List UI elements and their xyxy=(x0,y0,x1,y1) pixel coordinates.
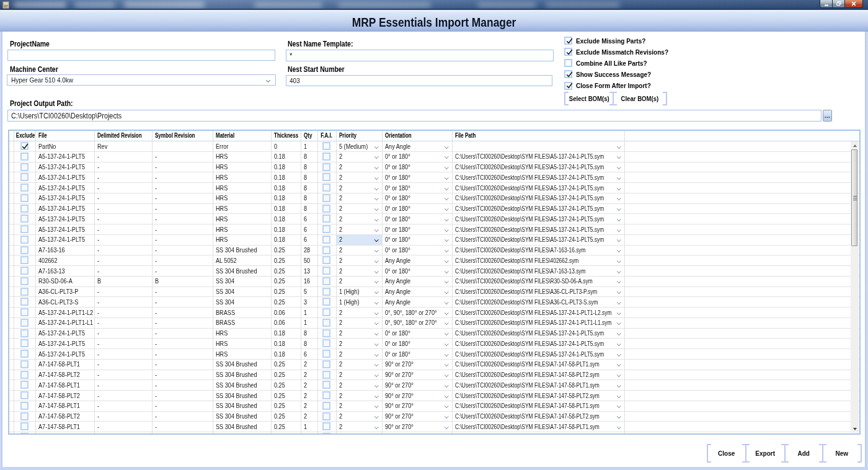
delimited-revision-cell[interactable]: - xyxy=(94,183,152,193)
file-path-cell[interactable]: C:\Users\TCI00260\Desktop\SYM FILES\R30-… xyxy=(452,277,624,286)
material-cell[interactable]: BRASS xyxy=(213,308,271,317)
exclude-checkbox[interactable] xyxy=(20,225,29,233)
delimited-revision-cell[interactable]: - xyxy=(94,193,152,203)
exclude-checkbox[interactable] xyxy=(20,381,29,389)
grid-row[interactable]: A5-137-24-1-PLT5--HRS0.18820° or 180°C:\… xyxy=(9,172,859,183)
symbol-revision-cell[interactable]: - xyxy=(152,235,213,245)
grid-row[interactable]: A7-147-58-PLT2--SS 304 Brushed0.252290° … xyxy=(9,412,859,422)
delimited-revision-cell[interactable]: - xyxy=(94,318,152,328)
qty-cell[interactable]: 8 xyxy=(301,172,317,182)
grid-column-header[interactable]: Orientation xyxy=(382,131,452,141)
fai-checkbox[interactable] xyxy=(322,402,330,410)
delimited-revision-cell[interactable]: - xyxy=(94,152,152,162)
file-cell[interactable]: A7-147-58-PLT1 xyxy=(35,380,94,390)
grid-row[interactable]: A5-137-24-1-PLT5--HRS0.18620° or 180°C:\… xyxy=(9,224,859,235)
fai-checkbox[interactable] xyxy=(322,319,330,327)
exclude-checkbox[interactable] xyxy=(20,298,29,306)
orientation-cell[interactable]: 0° or 180° xyxy=(382,204,452,214)
symbol-revision-cell[interactable]: - xyxy=(152,214,213,224)
file-cell[interactable]: A5-137-24-1-PLT5 xyxy=(35,349,94,359)
priority-cell[interactable]: 1 (High) xyxy=(336,297,383,307)
grid-row[interactable]: A7-147-58-PLT2--SS 304 Brushed0.252290° … xyxy=(9,391,859,401)
delimited-revision-cell[interactable]: - xyxy=(94,412,152,422)
grid-vertical-scrollbar[interactable] xyxy=(851,141,859,433)
material-cell[interactable]: SS 304 xyxy=(213,277,271,286)
fai-checkbox[interactable] xyxy=(322,215,330,223)
symbol-revision-cell[interactable] xyxy=(152,141,213,151)
qty-cell[interactable]: 8 xyxy=(301,152,317,162)
file-cell[interactable]: A5-137-24-1-PLT5 xyxy=(35,152,94,162)
file-path-cell[interactable]: C:\Users\TCI00260\Desktop\SYM FILES\A5-1… xyxy=(452,172,624,182)
symbol-revision-cell[interactable]: - xyxy=(152,172,213,182)
file-cell[interactable]: A5-137-24-1-PLT5 xyxy=(35,172,94,182)
file-cell[interactable]: 402662 xyxy=(35,255,94,265)
exclude-checkbox[interactable] xyxy=(20,308,29,316)
material-cell[interactable]: Error xyxy=(213,141,271,151)
file-path-cell[interactable]: C:\Users\TCI00260\Desktop\SYM FILES\A5-1… xyxy=(452,193,624,203)
option-checkbox[interactable] xyxy=(564,37,572,45)
file-path-cell[interactable]: C:\Users\TCI00260\Desktop\SYM FILES\A7-1… xyxy=(452,422,624,432)
priority-cell[interactable]: 2 xyxy=(336,235,383,245)
material-cell[interactable]: SS 304 Brushed xyxy=(213,391,271,401)
fai-checkbox[interactable] xyxy=(322,153,330,161)
grid-column-header[interactable]: F.A.I. xyxy=(317,131,336,141)
orientation-cell[interactable]: Any Angle xyxy=(382,141,452,151)
file-cell[interactable]: A5-137-24-1-PLT1-L1 xyxy=(35,318,94,328)
fai-checkbox[interactable] xyxy=(322,391,330,399)
priority-cell[interactable]: 2 xyxy=(336,246,383,255)
orientation-cell[interactable]: 0°, 90°, 180° or 270° xyxy=(382,318,452,328)
grid-row[interactable]: A5-137-24-1-PLT5--HRS0.18820° or 180°C:\… xyxy=(9,329,859,339)
symbol-revision-cell[interactable]: - xyxy=(152,266,213,276)
material-cell[interactable]: HRS xyxy=(213,224,271,234)
material-cell[interactable]: SS 304 Brushed xyxy=(213,380,271,390)
thickness-cell[interactable]: 0.18 xyxy=(271,193,301,203)
fai-checkbox[interactable] xyxy=(322,350,330,358)
grid-row[interactable]: A5-137-24-1-PLT5--HRS0.18620° or 180°C:\… xyxy=(9,235,859,246)
material-cell[interactable]: HRS xyxy=(213,162,271,172)
file-path-cell[interactable]: C:\Users\TCI00260\Desktop\SYM FILES\A5-1… xyxy=(452,162,624,172)
material-cell[interactable]: HRS xyxy=(213,235,271,245)
thickness-cell[interactable]: 0.25 xyxy=(271,297,301,307)
orientation-cell[interactable]: 0° or 180° xyxy=(382,235,452,245)
project-output-path-input[interactable]: C:\Users\TCI00260\Desktop\Projects xyxy=(7,110,822,122)
project-name-input[interactable] xyxy=(7,50,275,61)
symbol-revision-cell[interactable]: - xyxy=(152,380,213,390)
delimited-revision-cell[interactable]: Rev xyxy=(94,141,152,151)
qty-cell[interactable]: 1 xyxy=(301,422,317,432)
grid-column-header[interactable]: Exclude xyxy=(14,131,36,141)
exclude-checkbox[interactable] xyxy=(20,319,29,327)
nest-name-template-input[interactable]: * xyxy=(286,50,554,61)
delimited-revision-cell[interactable]: - xyxy=(94,162,152,172)
file-cell[interactable]: A5-137-24-1-PLT5 xyxy=(35,183,94,193)
orientation-cell[interactable]: 90° or 270° xyxy=(382,391,452,401)
qty-cell[interactable]: 6 xyxy=(301,224,317,234)
file-path-cell[interactable]: C:\Users\TCI00260\Desktop\SYM FILES\A5-1… xyxy=(452,224,624,234)
priority-cell[interactable]: 2 xyxy=(336,329,383,339)
exclude-checkbox[interactable] xyxy=(20,163,29,171)
file-cell[interactable]: A36-CL-PLT3-S xyxy=(35,297,94,307)
orientation-cell[interactable]: 0° or 180° xyxy=(382,349,452,359)
exclude-checkbox[interactable] xyxy=(20,422,29,430)
thickness-cell[interactable]: 0.25 xyxy=(271,391,301,401)
delimited-revision-cell[interactable]: - xyxy=(94,360,152,370)
symbol-revision-cell[interactable]: - xyxy=(152,152,213,162)
orientation-cell[interactable]: 90° or 270° xyxy=(382,412,452,422)
grid-row[interactable]: PartNoRevError015 (Medium)Any Angle xyxy=(9,141,859,152)
fai-checkbox[interactable] xyxy=(322,422,330,430)
fai-checkbox[interactable] xyxy=(322,329,330,337)
exclude-checkbox[interactable] xyxy=(20,184,29,192)
symbol-revision-cell[interactable]: - xyxy=(152,360,213,370)
priority-cell[interactable]: 2 xyxy=(336,318,383,328)
file-path-cell[interactable]: C:\Users\TCI00260\Desktop\SYM FILES\A36-… xyxy=(452,287,624,297)
exclude-checkbox[interactable] xyxy=(20,360,29,368)
thickness-cell[interactable]: 0.25 xyxy=(271,401,301,411)
material-cell[interactable]: SS 304 Brushed xyxy=(213,412,271,422)
file-path-cell[interactable]: C:\Users\TCI00260\Desktop\SYM FILES\A5-1… xyxy=(452,318,624,328)
qty-cell[interactable]: 1 xyxy=(301,141,317,151)
exclude-checkbox[interactable] xyxy=(20,194,29,202)
thickness-cell[interactable]: 0.18 xyxy=(271,329,301,339)
symbol-revision-cell[interactable]: - xyxy=(152,297,213,307)
file-path-cell[interactable]: C:\Users\TCI00260\Desktop\SYM FILES\A7-1… xyxy=(452,266,624,276)
fai-checkbox[interactable] xyxy=(322,184,330,192)
exclude-checkbox[interactable] xyxy=(20,391,29,399)
